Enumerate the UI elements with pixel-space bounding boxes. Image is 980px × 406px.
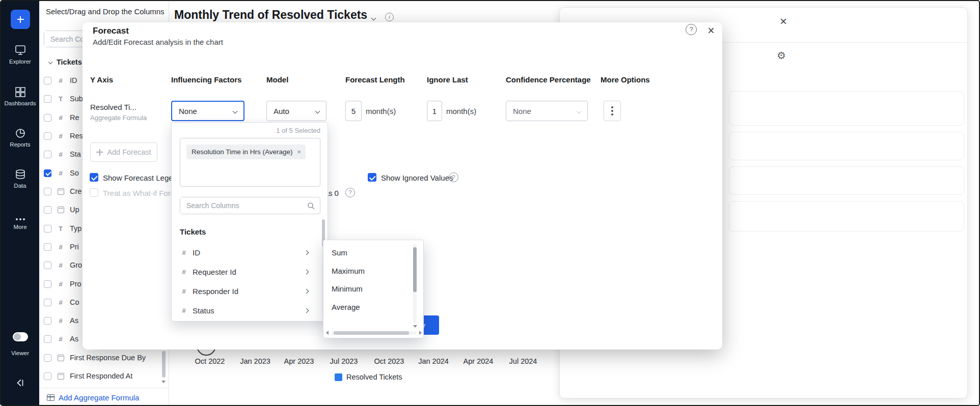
divider	[39, 388, 169, 388]
add-forecast-button[interactable]: Add Forecast	[90, 142, 157, 162]
plus-icon	[17, 16, 24, 23]
column-checkbox[interactable]	[44, 132, 51, 140]
number-type-icon: #	[57, 132, 65, 140]
column-checkbox[interactable]	[44, 169, 51, 177]
settings-gear-icon[interactable]: ⚙	[777, 49, 786, 62]
sidebar-item-dashboards[interactable]: Dashboards	[1, 86, 39, 106]
number-type-icon: #	[181, 287, 187, 295]
column-checkbox[interactable]	[44, 372, 51, 380]
columns-scrollbar-thumb[interactable]	[162, 351, 166, 378]
date-type-icon	[58, 355, 64, 361]
column-checkbox[interactable]	[44, 335, 51, 343]
more-options-button[interactable]	[604, 101, 621, 121]
create-new-button[interactable]	[11, 10, 30, 29]
column-checkbox[interactable]	[44, 188, 51, 195]
aggregate-submenu: Sum Maximum Minimum Average	[323, 240, 424, 338]
column-checkbox[interactable]	[44, 225, 51, 233]
sidebar-item-data[interactable]: Data	[1, 169, 39, 189]
forecast-length-input[interactable]	[345, 101, 362, 121]
number-type-icon: #	[57, 77, 65, 84]
column-header-ignore-last: Ignore Last	[427, 75, 468, 84]
chevron-right-icon	[304, 308, 309, 313]
scroll-left-icon[interactable]	[326, 331, 329, 335]
x-axis-tick: Jul 2024	[500, 357, 546, 365]
column-checkbox[interactable]	[44, 95, 51, 103]
ignore-last-unit: month(s)	[446, 107, 476, 115]
dropdown-search-input[interactable]	[180, 197, 295, 214]
scroll-down-icon[interactable]	[161, 381, 166, 383]
panel-card[interactable]	[729, 91, 964, 126]
search-icon	[307, 202, 315, 210]
scroll-down-icon[interactable]	[413, 325, 417, 328]
help-icon[interactable]: ?	[686, 24, 697, 35]
column-checkbox[interactable]	[44, 206, 51, 214]
dashboards-grid-icon	[1, 86, 39, 99]
title-caret-icon[interactable]	[371, 16, 376, 21]
number-type-icon: #	[181, 249, 187, 256]
column-row[interactable]: First Response Due By	[39, 349, 169, 367]
column-checkbox[interactable]	[44, 280, 51, 288]
column-checkbox[interactable]	[44, 77, 51, 84]
help-icon[interactable]: ?	[449, 172, 458, 182]
panel-card[interactable]	[729, 166, 964, 195]
panel-card[interactable]	[729, 132, 964, 160]
model-select[interactable]: Auto	[266, 101, 326, 121]
add-aggregate-formula-button[interactable]: Add Aggregate Formula	[47, 393, 139, 402]
x-axis-tick: Apr 2023	[276, 357, 322, 365]
info-icon[interactable]: i	[385, 13, 394, 21]
confidence-percentage-select[interactable]: None	[506, 101, 588, 121]
dialog-subtitle: Add/Edit Forecast analysis in the chart	[93, 38, 223, 46]
selected-chip[interactable]: Resolution Time in Hrs (Average) ×	[186, 144, 306, 159]
number-type-icon: #	[57, 169, 65, 177]
app-window: Explorer Dashboards Reports Data More	[0, 0, 980, 406]
chart-legend[interactable]: Resolved Tickets	[335, 373, 402, 381]
tickets-section-header[interactable]: Tickets	[49, 55, 82, 69]
influencing-factors-dropdown: 1 of 5 Selected Resolution Time in Hrs (…	[171, 122, 328, 322]
dropdown-item-responder-id[interactable]: # Responder Id	[172, 281, 318, 301]
column-checkbox[interactable]	[44, 317, 51, 325]
sidebar-item-label: Data	[1, 183, 39, 189]
dropdown-item-status[interactable]: # Status	[172, 301, 318, 320]
sidebar-item-reports[interactable]: Reports	[1, 128, 39, 148]
column-checkbox[interactable]	[44, 151, 51, 158]
scrollbar-thumb[interactable]	[413, 247, 417, 292]
sidebar-item-explorer[interactable]: Explorer	[1, 45, 39, 65]
what-if-forecast-checkbox[interactable]	[90, 188, 98, 197]
viewer-toggle[interactable]	[13, 332, 28, 341]
help-icon[interactable]: ?	[345, 188, 355, 197]
submenu-item-minimum[interactable]: Minimum	[323, 280, 410, 298]
scrollbar-thumb[interactable]	[334, 331, 409, 335]
close-icon[interactable]: ×	[704, 23, 718, 38]
column-checkbox[interactable]	[44, 299, 51, 306]
submenu-item-maximum[interactable]: Maximum	[323, 263, 410, 280]
collapse-sidebar-icon[interactable]	[14, 379, 25, 389]
remove-chip-icon[interactable]: ×	[297, 148, 302, 156]
dropdown-item-requester-id[interactable]: # Requester Id	[172, 262, 318, 281]
influencing-factors-select[interactable]: None	[171, 101, 244, 121]
close-icon[interactable]: ×	[777, 15, 790, 28]
number-type-icon: #	[57, 335, 65, 343]
ignore-last-input[interactable]	[427, 101, 442, 121]
y-axis-field-type: Aggregate Formula	[90, 114, 147, 122]
column-checkbox[interactable]	[44, 262, 51, 269]
column-checkbox[interactable]	[44, 243, 51, 251]
selection-summary: 1 of 5 Selected	[276, 127, 320, 134]
submenu-item-average[interactable]: Average	[323, 299, 410, 316]
submenu-item-sum[interactable]: Sum	[323, 244, 410, 262]
dialog-title: Forecast	[93, 26, 129, 36]
x-axis-tick: Oct 2022	[187, 357, 233, 365]
column-checkbox[interactable]	[44, 114, 51, 122]
chevron-down-icon	[315, 108, 320, 113]
forecast-length-unit: month(s)	[366, 107, 396, 115]
column-checkbox[interactable]	[44, 354, 51, 362]
x-axis-tick: Oct 2023	[366, 357, 412, 365]
x-axis-tick: Jan 2023	[232, 357, 278, 365]
plus-icon	[96, 149, 103, 156]
scroll-right-icon[interactable]	[419, 331, 422, 335]
sidebar-item-more[interactable]: More	[1, 210, 39, 230]
show-ignored-values-checkbox[interactable]	[368, 173, 376, 182]
column-row[interactable]: First Responded At	[39, 367, 169, 385]
panel-card[interactable]	[729, 201, 964, 231]
show-forecast-legend-checkbox[interactable]	[90, 173, 98, 182]
dropdown-item-id[interactable]: # ID	[172, 243, 318, 262]
